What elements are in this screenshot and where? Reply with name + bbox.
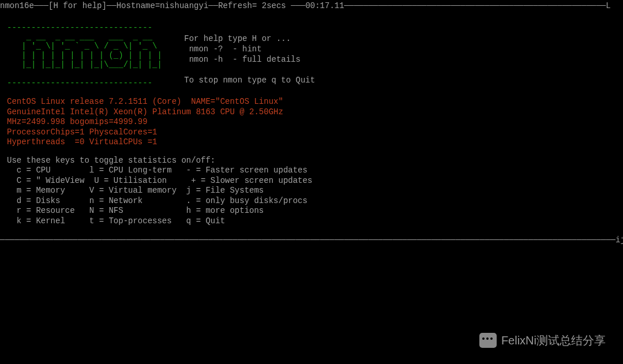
cpu-mhz: MHz=2499.998 bogomips=4999.99 [7, 117, 148, 126]
keys-header: Use these keys to toggle statistics on/o… [7, 156, 215, 165]
key-toggles: Use these keys to toggle statistics on/o… [7, 156, 616, 227]
nmon-version: nmon16e [0, 1, 34, 10]
keys-row-4: r = Resource N = NFS h = more options [7, 206, 264, 215]
chat-bubble-icon [479, 333, 497, 348]
header-right-char: L [606, 1, 610, 10]
keys-row-0: c = CPU l = CPU Long-term - = Faster scr… [7, 166, 307, 175]
cpu-model: GenuineIntel Intel(R) Xeon(R) Platinum 8… [7, 107, 283, 117]
terminal-content: ------------------------------ _ __ _ __… [0, 23, 623, 227]
watermark-text: FelixNi测试总结分享 [501, 333, 606, 348]
os-release: CentOS Linux release 7.2.1511 (Core) NAM… [7, 97, 283, 106]
help-key-hint: [H for help] [48, 1, 107, 10]
hostname-label: Hostname= [117, 1, 160, 10]
refresh-label: Refresh= [218, 1, 257, 10]
refresh-value: 2secs [257, 1, 286, 10]
keys-row-3: d = Disks n = Network . = only busy disk… [7, 196, 307, 205]
help-line-5: To stop nmon type q to Quit [184, 76, 315, 85]
watermark: FelixNi测试总结分享 [479, 333, 606, 348]
banner-section: ------------------------------ _ __ _ __… [7, 23, 616, 88]
keys-row-2: m = Memory V = Virtual memory j = File S… [7, 186, 264, 195]
system-info: CentOS Linux release 7.2.1511 (Core) NAM… [7, 97, 616, 148]
keys-row-1: C = " WideView U = Utilisation + = Slowe… [7, 176, 312, 185]
footer-suffix: ij [616, 235, 623, 245]
help-line-2: nmon -? - hint [184, 44, 261, 54]
help-instructions: For help type H or ... nmon -? - hint nm… [184, 23, 315, 88]
nmon-ascii-logo: ------------------------------ _ __ _ __… [7, 23, 167, 88]
cpu-threads: Hyperthreads =0 VirtualCPUs =1 [7, 137, 157, 147]
hostname-value: nishuangyi [160, 1, 208, 10]
keys-row-5: k = Kernel t = Top-processes q = Quit [7, 216, 225, 226]
cpu-chips: ProcessorChips=1 PhyscalCores=1 [7, 127, 157, 137]
help-line-3: nmon -h - full details [184, 55, 301, 64]
help-line-1: For help type H or ... [184, 34, 291, 43]
uptime: 00:17.11 [305, 1, 344, 10]
terminal-header: nmon16e───[H for help]──Hostname=nishuan… [0, 0, 623, 13]
separator-line: ────────────────────────────────────────… [0, 235, 623, 246]
